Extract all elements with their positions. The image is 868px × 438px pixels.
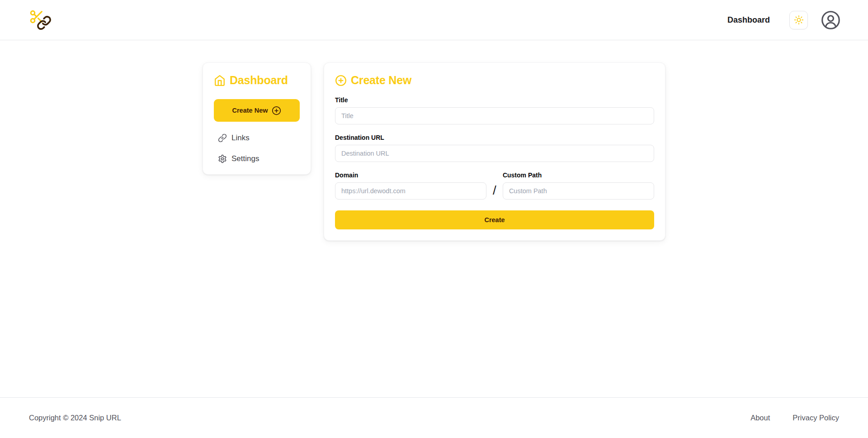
path-separator: / bbox=[492, 183, 497, 200]
chain-link-icon bbox=[37, 15, 52, 30]
title-label: Title bbox=[335, 96, 654, 104]
title-field-group: Title bbox=[335, 96, 654, 124]
footer-link-privacy-policy[interactable]: Privacy Policy bbox=[793, 414, 839, 422]
footer-link-about[interactable]: About bbox=[750, 414, 770, 422]
destination-url-input[interactable] bbox=[335, 145, 654, 162]
footer: Copyright © 2024 Snip URL About Privacy … bbox=[0, 397, 868, 438]
sidebar-title: Dashboard bbox=[230, 74, 288, 87]
plus-circle-icon bbox=[335, 75, 347, 86]
theme-toggle-button[interactable] bbox=[789, 11, 808, 29]
sun-icon bbox=[794, 15, 804, 25]
app-logo[interactable] bbox=[29, 9, 52, 31]
custom-path-label: Custom Path bbox=[503, 171, 654, 179]
create-new-card: Create New Title Destination URL Domain … bbox=[324, 62, 665, 241]
user-menu-button[interactable] bbox=[821, 10, 841, 30]
destination-url-label: Destination URL bbox=[335, 134, 654, 141]
user-circle-icon bbox=[821, 10, 841, 30]
sidebar-create-new-button[interactable]: Create New bbox=[214, 99, 300, 122]
domain-field-group: Domain bbox=[335, 171, 486, 200]
sidebar-item-links[interactable]: Links bbox=[214, 133, 300, 143]
sidebar-item-label: Links bbox=[231, 133, 250, 143]
gear-icon bbox=[218, 154, 227, 163]
sidebar-heading: Dashboard bbox=[214, 74, 300, 87]
main-content: Dashboard Create New Links Settings bbox=[0, 40, 868, 397]
footer-links: About Privacy Policy bbox=[750, 414, 839, 422]
domain-input[interactable] bbox=[335, 182, 486, 200]
custom-path-input[interactable] bbox=[503, 182, 654, 200]
sidebar-card: Dashboard Create New Links Settings bbox=[203, 62, 311, 175]
plus-circle-icon bbox=[272, 106, 281, 115]
destination-url-field-group: Destination URL bbox=[335, 134, 654, 162]
create-new-heading: Create New bbox=[335, 74, 654, 87]
nav-dashboard-link[interactable]: Dashboard bbox=[727, 15, 770, 25]
custom-path-field-group: Custom Path bbox=[503, 171, 654, 200]
domain-row: Domain / Custom Path bbox=[335, 162, 654, 200]
header: Dashboard bbox=[0, 0, 868, 40]
sidebar-item-settings[interactable]: Settings bbox=[214, 154, 300, 163]
create-submit-button[interactable]: Create bbox=[335, 210, 654, 229]
link-icon bbox=[218, 133, 227, 143]
copyright-text: Copyright © 2024 Snip URL bbox=[29, 414, 121, 422]
home-icon bbox=[214, 75, 226, 86]
title-input[interactable] bbox=[335, 107, 654, 124]
create-new-title: Create New bbox=[351, 74, 411, 87]
create-new-button-label: Create New bbox=[232, 107, 268, 114]
sidebar-item-label: Settings bbox=[231, 154, 259, 163]
header-actions: Dashboard bbox=[727, 10, 841, 30]
domain-label: Domain bbox=[335, 171, 486, 179]
